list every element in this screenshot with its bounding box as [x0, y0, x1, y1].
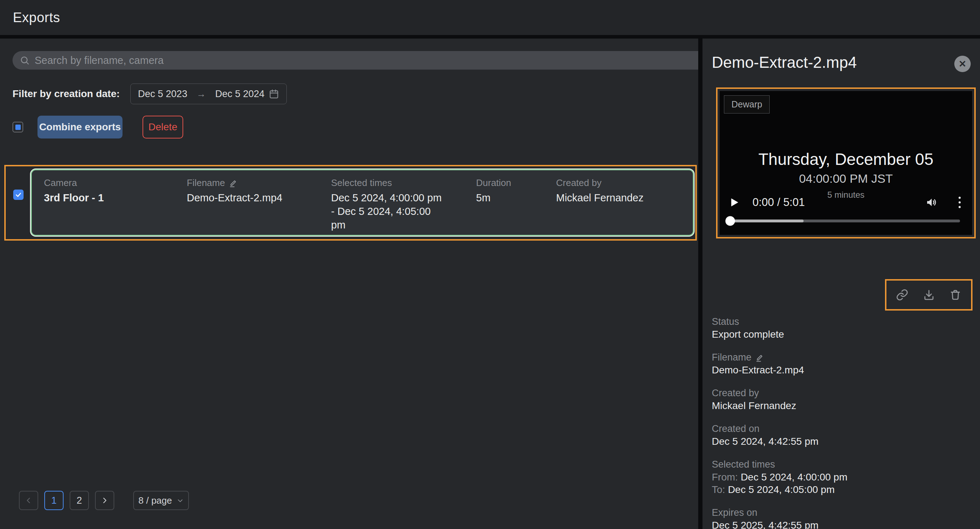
calendar-icon: [269, 89, 279, 99]
download-button[interactable]: [923, 288, 935, 301]
pagination-page-1[interactable]: 1: [44, 491, 64, 510]
play-button[interactable]: [727, 196, 740, 209]
page-size-value: 8 / page: [138, 495, 172, 506]
column-header-duration: Duration: [476, 177, 511, 189]
edit-pencil-icon[interactable]: [755, 353, 764, 362]
row-checkbox[interactable]: [13, 189, 24, 200]
video-date: Thursday, December 05: [720, 149, 972, 169]
video-controls: 0:00 / 5:01: [727, 194, 961, 211]
kebab-menu-icon: [959, 197, 961, 199]
volume-icon: [925, 196, 938, 209]
video-progress-thumb[interactable]: [725, 216, 735, 226]
selected-times-value: Dec 5 2024, 4:00:00 pm - Dec 5 2024, 4:0…: [331, 191, 445, 232]
detail-panel-title: Demo-Extract-2.mp4: [712, 54, 857, 71]
download-icon: [923, 288, 935, 301]
duration-value: 5m: [476, 191, 490, 205]
status-label: Status: [712, 316, 940, 328]
annotation-box-video-player: Dewarp Thursday, December 05 04:00:00 PM…: [716, 87, 976, 238]
volume-button[interactable]: [925, 196, 938, 209]
search-bar: [13, 51, 698, 70]
search-input[interactable]: [35, 55, 698, 67]
play-icon: [727, 196, 740, 209]
exports-page: Exports Filter by creation date: Dec 5 2…: [0, 0, 980, 529]
export-details: Status Export complete Filename Demo-Ext…: [712, 316, 940, 529]
page-size-select[interactable]: 8 / page: [133, 491, 189, 510]
video-timecode: 0:00 / 5:01: [752, 196, 805, 209]
selected-times-label: Selected times: [712, 458, 940, 471]
detail-status: Status Export complete: [712, 316, 940, 340]
column-header-created-by: Created by: [556, 177, 601, 189]
detail-created-by: Created by Mickael Fernandez: [712, 387, 940, 412]
search-icon: [20, 55, 30, 65]
arrow-right-icon: →: [196, 89, 206, 100]
trash-icon: [949, 288, 962, 301]
checkbox-indeterminate-icon: [15, 125, 21, 130]
camera-value: 3rd Floor - 1: [44, 191, 104, 205]
detail-filename: Filename Demo-Extract-2.mp4: [712, 351, 940, 376]
video-player[interactable]: Dewarp Thursday, December 05 04:00:00 PM…: [720, 91, 972, 235]
link-icon: [896, 288, 908, 301]
delete-button[interactable]: Delete: [143, 116, 183, 138]
pagination-prev-button[interactable]: [19, 491, 38, 510]
date-range-end: Dec 5 2024: [215, 89, 264, 100]
export-detail-panel: Demo-Extract-2.mp4 ✕ Dewarp Thursday, De…: [703, 38, 980, 529]
close-icon: ✕: [959, 59, 966, 70]
combine-exports-button[interactable]: Combine exports: [38, 116, 123, 138]
selected-times-from: From: Dec 5 2024, 4:00:00 pm: [712, 471, 940, 483]
top-bar: Exports: [0, 0, 980, 35]
chevron-left-icon: [25, 497, 32, 504]
pagination-next-button[interactable]: [95, 491, 114, 510]
created-on-value: Dec 5 2024, 4:42:55 pm: [712, 435, 940, 448]
chevron-right-icon: [101, 497, 108, 504]
dewarp-button[interactable]: Dewarp: [724, 95, 770, 113]
created-by-detail-value: Mickael Fernandez: [712, 399, 940, 412]
created-by-value: Mickael Fernandez: [556, 191, 644, 205]
pagination-page-2[interactable]: 2: [70, 491, 89, 510]
select-all-checkbox[interactable]: [13, 122, 23, 132]
column-header-selected-times: Selected times: [331, 177, 392, 189]
video-overlay-text: Thursday, December 05 04:00:00 PM JST 5 …: [720, 149, 972, 200]
delete-export-button[interactable]: [949, 288, 962, 301]
close-button[interactable]: ✕: [954, 56, 971, 72]
filename-value: Demo-Extract-2.mp4: [187, 191, 283, 205]
status-value: Export complete: [712, 328, 940, 340]
bulk-actions-row: Combine exports Delete: [13, 116, 183, 138]
detail-selected-times: Selected times From: Dec 5 2024, 4:00:00…: [712, 458, 940, 496]
copy-link-button[interactable]: [896, 288, 908, 301]
video-progress-buffered: [727, 219, 803, 222]
export-row[interactable]: Camera 3rd Floor - 1 Filename Demo-Extra…: [31, 169, 694, 236]
chevron-down-icon: [177, 497, 184, 504]
checkbox-check-icon: [15, 191, 22, 198]
filter-label: Filter by creation date:: [13, 88, 119, 100]
page-title: Exports: [13, 10, 60, 25]
detail-expires-on: Expires on Dec 5 2025, 4:42:55 pm: [712, 507, 940, 529]
filename-detail-value: Demo-Extract-2.mp4: [712, 364, 940, 376]
date-range-picker[interactable]: Dec 5 2023 → Dec 5 2024: [130, 84, 287, 104]
video-timestamp: 04:00:00 PM JST: [720, 172, 972, 186]
expires-on-value: Dec 5 2025, 4:42:55 pm: [712, 519, 940, 529]
date-range-start: Dec 5 2023: [138, 89, 187, 100]
column-header-camera: Camera: [44, 177, 77, 189]
video-progress-bar[interactable]: [727, 219, 960, 222]
selected-times-to: To: Dec 5 2024, 4:05:00 pm: [712, 483, 940, 496]
pagination: 1 2 8 / page: [19, 491, 189, 510]
created-by-label: Created by: [712, 387, 940, 399]
expires-on-label: Expires on: [712, 507, 940, 519]
annotation-box-export-row: Camera 3rd Floor - 1 Filename Demo-Extra…: [4, 165, 697, 241]
annotation-box-file-actions: [885, 279, 972, 311]
edit-pencil-icon[interactable]: [229, 178, 238, 188]
filter-row: Filter by creation date: Dec 5 2023 → De…: [13, 84, 287, 104]
column-header-filename: Filename: [187, 177, 238, 189]
exports-list-panel: Filter by creation date: Dec 5 2023 → De…: [0, 38, 698, 529]
video-menu-button[interactable]: [959, 197, 961, 208]
created-on-label: Created on: [712, 423, 940, 435]
filename-label: Filename: [712, 351, 940, 364]
detail-created-on: Created on Dec 5 2024, 4:42:55 pm: [712, 423, 940, 448]
